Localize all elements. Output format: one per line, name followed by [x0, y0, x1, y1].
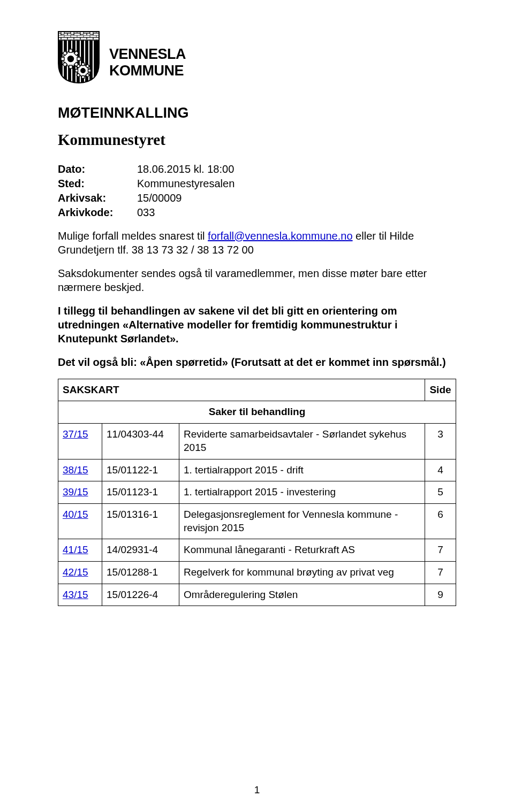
case-doc-cell: 15/01123-1 — [102, 481, 179, 504]
intro-paragraph-2: Saksdokumenter sendes også til varamedle… — [58, 266, 456, 294]
svg-rect-28 — [82, 76, 85, 79]
case-title-cell: 1. tertialrapport 2015 - investering — [179, 481, 425, 504]
case-number-cell: 38/15 — [58, 459, 102, 481]
case-number-cell: 40/15 — [58, 503, 102, 539]
case-number-link[interactable]: 42/15 — [63, 566, 88, 578]
svg-rect-29 — [75, 70, 78, 72]
case-side-cell: 3 — [425, 424, 456, 459]
svg-point-26 — [81, 68, 85, 73]
case-title-cell: 1. tertialrapport 2015 - drift — [179, 459, 425, 481]
case-doc-cell: 15/01226-4 — [102, 584, 179, 606]
table-row: 38/1515/01122-11. tertialrapport 2015 - … — [58, 459, 456, 481]
case-side-cell: 7 — [425, 561, 456, 584]
meta-dato-value: 18.06.2015 kl. 18:00 — [137, 162, 456, 176]
case-doc-cell: 15/01122-1 — [102, 459, 179, 481]
case-title-cell: Kommunal lånegaranti - Returkraft AS — [179, 539, 425, 562]
case-side-cell: 4 — [425, 459, 456, 481]
case-number-cell: 37/15 — [58, 424, 102, 459]
case-doc-cell: 14/02931-4 — [102, 539, 179, 562]
sakskart-table: SAKSKART Side Saker til behandling 37/15… — [58, 379, 456, 607]
meeting-meta: Dato: 18.06.2015 kl. 18:00 Sted: Kommune… — [58, 162, 456, 219]
case-title-cell: Delegasjonsreglement for Vennesla kommun… — [179, 503, 425, 539]
case-number-link[interactable]: 38/15 — [63, 464, 88, 476]
svg-rect-30 — [88, 70, 91, 72]
case-number-link[interactable]: 40/15 — [63, 509, 88, 520]
case-number-link[interactable]: 39/15 — [63, 486, 88, 497]
case-number-link[interactable]: 41/15 — [63, 544, 88, 555]
organization-name: VENNESLA KOMMUNE — [109, 31, 186, 79]
organization-name-line1: VENNESLA — [109, 46, 186, 63]
intro-paragraph-4: Det vil også bli: «Åpen spørretid» (Foru… — [58, 355, 456, 369]
case-side-cell: 7 — [425, 539, 456, 562]
intro-paragraph-3: I tillegg til behandlingen av sakene vil… — [58, 304, 456, 346]
case-number-link[interactable]: 37/15 — [63, 428, 88, 440]
intro-p1a: Mulige forfall meldes snarest til — [58, 230, 208, 242]
case-side-cell: 6 — [425, 503, 456, 539]
page-number: 1 — [0, 784, 514, 797]
document-subtitle: Kommunestyret — [58, 130, 456, 150]
case-number-link[interactable]: 43/15 — [63, 589, 88, 600]
intro-paragraph-1: Mulige forfall meldes snarest til forfal… — [58, 229, 456, 257]
svg-rect-19 — [61, 57, 64, 60]
sakskart-header-left: SAKSKART — [58, 379, 425, 401]
sakskart-header-right: Side — [425, 379, 456, 401]
case-doc-cell: 11/04303-44 — [102, 424, 179, 459]
meta-sted-value: Kommunestyresalen — [137, 177, 456, 190]
municipality-logo — [58, 31, 100, 83]
table-row: 43/1515/01226-4Områderegulering Stølen9 — [58, 584, 456, 606]
case-side-cell: 9 — [425, 584, 456, 606]
case-side-cell: 5 — [425, 481, 456, 504]
forfall-email-link[interactable]: forfall@vennesla.kommune.no — [208, 230, 352, 242]
case-title-cell: Reviderte samarbeidsavtaler - Sørlandet … — [179, 424, 425, 459]
case-number-cell: 39/15 — [58, 481, 102, 504]
case-title-cell: Områderegulering Stølen — [179, 584, 425, 606]
svg-rect-20 — [77, 57, 80, 60]
sakskart-section-label: Saker til behandling — [58, 401, 456, 424]
document-header: VENNESLA KOMMUNE — [58, 31, 456, 83]
document-title: MØTEINNKALLING — [58, 104, 456, 122]
svg-rect-17 — [69, 49, 72, 52]
case-number-cell: 43/15 — [58, 584, 102, 606]
case-number-cell: 42/15 — [58, 561, 102, 584]
sakskart-section-row: Saker til behandling — [58, 401, 456, 424]
case-doc-cell: 15/01316-1 — [102, 503, 179, 539]
meta-dato-label: Dato: — [58, 162, 137, 176]
meta-arkivkode-label: Arkivkode: — [58, 205, 137, 219]
table-row: 42/1515/01288-1Regelverk for kommunal br… — [58, 561, 456, 584]
svg-point-16 — [68, 56, 74, 62]
meta-arkivsak-label: Arkivsak: — [58, 191, 137, 205]
sakskart-header-row: SAKSKART Side — [58, 379, 456, 401]
table-row: 37/1511/04303-44Reviderte samarbeidsavta… — [58, 424, 456, 459]
case-title-cell: Regelverk for kommunal brøyting av priva… — [179, 561, 425, 584]
table-row: 40/1515/01316-1Delegasjonsreglement for … — [58, 503, 456, 539]
organization-name-line2: KOMMUNE — [109, 63, 186, 79]
svg-rect-18 — [69, 65, 72, 68]
svg-rect-27 — [82, 63, 85, 66]
meta-arkivsak-value: 15/00009 — [137, 191, 456, 205]
case-number-cell: 41/15 — [58, 539, 102, 562]
table-row: 39/1515/01123-11. tertialrapport 2015 - … — [58, 481, 456, 504]
table-row: 41/1514/02931-4Kommunal lånegaranti - Re… — [58, 539, 456, 562]
meta-sted-label: Sted: — [58, 177, 137, 190]
meta-arkivkode-value: 033 — [137, 205, 456, 219]
case-doc-cell: 15/01288-1 — [102, 561, 179, 584]
